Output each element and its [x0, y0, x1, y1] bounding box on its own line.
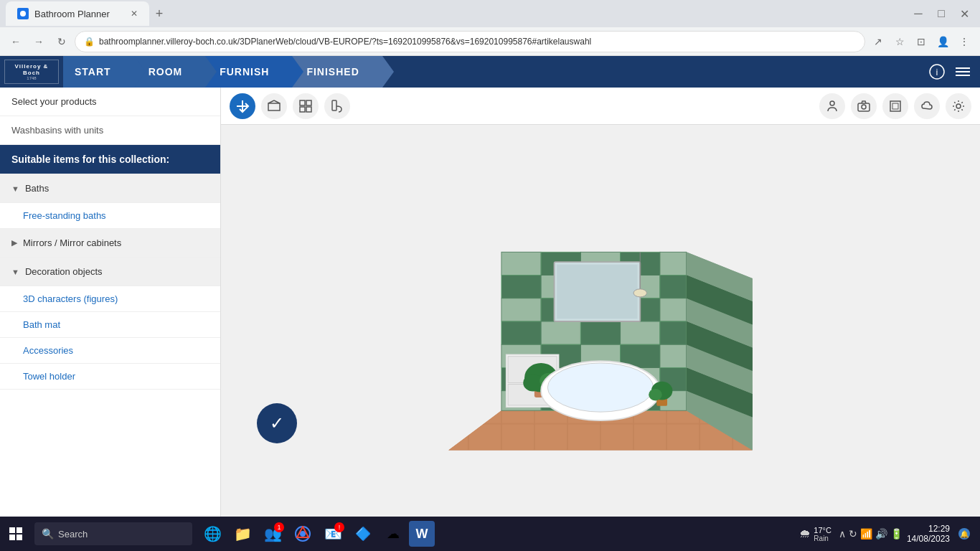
weather-widget: 🌧 17°C Rain — [799, 526, 831, 542]
room-view-btn[interactable] — [261, 93, 287, 119]
address-bar[interactable]: 🔒 bathroomplanner.villeroy-boch.co.uk/3D… — [75, 31, 865, 52]
taskbar-search-box[interactable]: 🔍 Search — [34, 522, 192, 545]
svg-rect-89 — [17, 534, 22, 540]
3d-scene: ✓ — [221, 125, 980, 551]
tab-favicon — [17, 8, 29, 19]
hamburger-menu-btn[interactable] — [951, 60, 974, 83]
svg-rect-42 — [501, 321, 541, 344]
svg-rect-32 — [501, 276, 541, 298]
tab-title: Bathroom Planner — [34, 9, 110, 19]
svg-rect-31 — [660, 252, 687, 275]
ssl-icon: 🔒 — [84, 37, 95, 47]
main-content: Select your products Washbasins with uni… — [0, 88, 980, 551]
paint-tool-btn[interactable] — [324, 93, 350, 119]
mirrors-expand-arrow: ▶ — [11, 238, 17, 248]
svg-rect-45 — [621, 321, 660, 344]
taskbar-app-365[interactable]: 🔷 — [349, 519, 377, 548]
taskbar-app-edge[interactable]: 🌐 — [198, 519, 227, 548]
sidebar-item-3d-characters[interactable]: 3D characters (figures) — [0, 286, 220, 312]
sidebar-item-accessories[interactable]: Accessories — [0, 338, 220, 364]
tab-close-btn[interactable]: ✕ — [131, 9, 138, 19]
sidebar-toggle-btn[interactable]: ⊡ — [911, 32, 931, 52]
time-display: 12:29 — [907, 524, 950, 534]
taskbar-clock[interactable]: 12:29 14/08/2023 — [907, 524, 950, 544]
sidebar-item-washbasins[interactable]: Washbasins with units — [0, 116, 220, 145]
svg-text:i: i — [936, 67, 938, 77]
camera-btn[interactable] — [851, 93, 877, 119]
browser-tab[interactable]: Bathroom Planner ✕ — [6, 1, 149, 26]
svg-rect-11 — [300, 100, 305, 105]
svg-point-16 — [830, 101, 834, 105]
sidebar-header: Select your products — [0, 88, 220, 116]
logo-box: Villeroy & Boch 1748 — [4, 60, 59, 84]
minimize-btn[interactable]: ─ — [908, 4, 928, 24]
app-header: Villeroy & Boch 1748 START ROOM FURNISH … — [0, 56, 980, 88]
battery-icon[interactable]: 🔋 — [890, 528, 903, 540]
maximize-btn[interactable]: □ — [931, 4, 951, 24]
refresh-btn[interactable]: ↻ — [52, 32, 72, 52]
weather-clouds-btn[interactable] — [914, 93, 940, 119]
app-container: Villeroy & Boch 1748 START ROOM FURNISH … — [0, 56, 980, 551]
sidebar-scroll[interactable]: Washbasins with units Suitable items for… — [0, 116, 220, 544]
volume-icon[interactable]: 🔊 — [875, 528, 887, 540]
svg-point-82 — [547, 363, 653, 412]
svg-rect-8 — [268, 103, 280, 110]
taskbar-app-chrome[interactable] — [288, 519, 317, 548]
taskbar-app-onedrive[interactable]: ☁ — [379, 519, 407, 548]
svg-rect-19 — [890, 101, 900, 111]
room-outline-btn[interactable] — [882, 93, 908, 119]
tray-expand-icon[interactable]: ∧ — [839, 528, 846, 540]
svg-rect-36 — [660, 276, 687, 298]
nav-steps: START ROOM FURNISH FINISHED — [63, 56, 925, 88]
taskbar: 🔍 Search 🌐 📁 👥 1 📧 ! 🔷 ☁ W 🌧 — [0, 517, 980, 551]
sidebar-category-mirrors[interactable]: ▶ Mirrors / Mirror cabinets — [0, 229, 220, 258]
close-btn[interactable]: ✕ — [954, 4, 974, 24]
teams-badge: 1 — [274, 522, 284, 532]
forward-btn[interactable]: → — [29, 32, 49, 52]
taskbar-app-teams[interactable]: 👥 1 — [258, 519, 287, 548]
nav-step-finished[interactable]: FINISHED — [292, 56, 382, 88]
profile-btn[interactable]: 👤 — [933, 32, 953, 52]
svg-rect-15 — [332, 100, 336, 110]
wifi-icon[interactable]: 📶 — [860, 528, 872, 540]
settings-btn[interactable]: ⋮ — [954, 32, 974, 52]
svg-rect-13 — [300, 107, 305, 112]
decoration-collapse-arrow: ▼ — [11, 268, 19, 276]
svg-rect-86 — [9, 527, 15, 533]
new-tab-btn[interactable]: + — [149, 4, 169, 24]
windows-start-btn[interactable] — [0, 517, 32, 551]
bookmark-btn[interactable]: ☆ — [890, 32, 910, 52]
back-btn[interactable]: ← — [6, 32, 26, 52]
toolbar-right — [819, 93, 971, 119]
person-view-btn[interactable] — [819, 93, 845, 119]
navigate-tool-btn[interactable] — [230, 93, 255, 119]
sidebar-item-bath-mat[interactable]: Bath mat — [0, 312, 220, 338]
sidebar-category-decoration[interactable]: ▼ Decoration objects — [0, 258, 220, 286]
grid-view-btn[interactable] — [293, 93, 319, 119]
nav-step-furnish[interactable]: FURNISH — [205, 56, 292, 88]
svg-point-21 — [956, 104, 961, 108]
taskbar-right: 🌧 17°C Rain ∧ ↻ 📶 🔊 🔋 12:29 14/08/2023 🔔 — [799, 517, 980, 551]
sidebar-item-freestanding-baths[interactable]: Free-standing baths — [0, 203, 220, 229]
viewport: ✓ — [221, 88, 980, 551]
settings-view-btn[interactable] — [946, 93, 971, 119]
svg-rect-41 — [660, 298, 687, 321]
notification-center-btn[interactable]: 🔔 — [954, 517, 974, 551]
svg-rect-43 — [541, 321, 580, 344]
svg-rect-71 — [557, 265, 637, 319]
weather-desc: Rain — [814, 534, 831, 542]
taskbar-app-outlook[interactable]: 📧 ! — [319, 519, 347, 548]
taskbar-app-explorer[interactable]: 📁 — [228, 519, 257, 548]
taskbar-app-word[interactable]: W — [409, 521, 435, 547]
nav-step-start[interactable]: START — [63, 56, 134, 88]
svg-rect-12 — [306, 100, 311, 105]
svg-rect-27 — [501, 252, 541, 275]
outlook-badge: ! — [334, 522, 344, 532]
taskbar-search-text: Search — [58, 529, 88, 540]
sidebar-category-baths[interactable]: ▼ Baths — [0, 174, 220, 203]
info-btn[interactable]: i — [925, 60, 948, 83]
network-icon[interactable]: ↻ — [849, 528, 857, 540]
sidebar-item-towel-holder[interactable]: Towel holder — [0, 364, 220, 390]
share-btn[interactable]: ↗ — [868, 32, 888, 52]
system-tray: ∧ ↻ 📶 🔊 🔋 — [839, 528, 903, 540]
